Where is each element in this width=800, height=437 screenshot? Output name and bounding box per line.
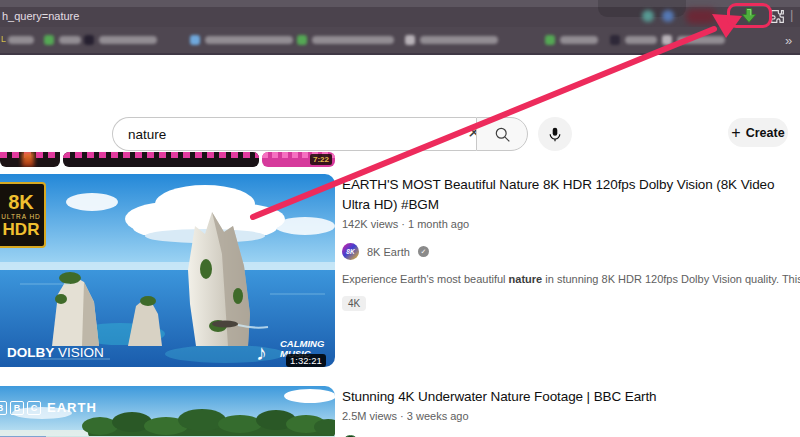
dolby-vision-label: DOLBY VISION: [7, 345, 104, 360]
bookmark-label-blur: [677, 36, 725, 44]
bookmark-favicon: [84, 35, 94, 45]
badge-hdr-text: HDR: [3, 221, 40, 238]
music-note-icon: ♪: [256, 340, 267, 366]
description-text: Experience Earth's most beautiful: [342, 273, 509, 285]
bookmark-label-blur: [420, 36, 498, 44]
partial-thumbnail[interactable]: [0, 152, 60, 167]
vision-text: VISION: [58, 345, 104, 360]
bookmarks-overflow-chevron-icon[interactable]: »: [785, 33, 792, 48]
badge-8k-text: 8K: [8, 192, 34, 212]
bookmark-favicon: [545, 35, 555, 45]
toolbar-divider: |: [790, 7, 793, 22]
video-result: EARTH'S MOST Beautiful Nature 8K HDR 120…: [342, 175, 800, 311]
bookmark-label-blur: [560, 36, 598, 44]
create-label: Create: [746, 126, 785, 140]
bookmark-item[interactable]: [297, 33, 394, 47]
bookmark-label-blur: [99, 36, 157, 44]
description-highlight: nature: [509, 273, 543, 285]
video-title[interactable]: Stunning 4K Underwater Nature Footage | …: [342, 387, 800, 407]
youtube-content: ✕ + Create 7:22: [0, 56, 800, 437]
partial-thumbnail[interactable]: [63, 152, 259, 167]
bbc-logo-letter: C: [27, 401, 41, 415]
bookmark-favicon: [610, 35, 620, 45]
bookmark-item[interactable]: [8, 33, 34, 47]
channel-row[interactable]: 8K 8K Earth ✓: [342, 243, 800, 260]
search-icon: [494, 126, 511, 143]
download-icon[interactable]: [740, 7, 758, 25]
bookmark-label-blur: [8, 36, 34, 44]
bbc-logo-letter: B: [0, 401, 7, 415]
bookmarks-bar: L »: [0, 27, 800, 55]
badge-ultra-hd-text: ULTRA HD: [1, 213, 41, 220]
video-thumbnail[interactable]: 8K ULTRA HD HDR DOLBY VISION ♪ CALMING M…: [0, 174, 335, 367]
verified-badge-icon: ✓: [418, 246, 429, 257]
plus-icon: +: [731, 125, 740, 141]
channel-avatar[interactable]: 8K: [342, 243, 359, 260]
bbc-logo-earth-text: EARTH: [47, 400, 97, 415]
bookmark-item[interactable]: [545, 33, 598, 47]
video-meta: 142K views · 1 month ago: [342, 218, 800, 230]
dolby-text: DOLBY: [7, 345, 54, 360]
bookmark-favicon: [405, 35, 415, 45]
bookmark-favicon: [662, 35, 672, 45]
duration-badge: 7:22: [310, 154, 332, 165]
profile-icon[interactable]: [662, 10, 674, 22]
bookmark-item[interactable]: [610, 33, 657, 47]
duration-badge: 1:32:21: [286, 354, 326, 367]
bookmark-favicon: [44, 35, 54, 45]
search-button[interactable]: [476, 117, 528, 151]
bookmark-label-blur: [312, 36, 394, 44]
8k-hdr-badge: 8K ULTRA HD HDR: [0, 182, 46, 248]
bookmark-label-blur: [625, 36, 657, 44]
partial-thumbnail-art: [22, 152, 34, 167]
search-input[interactable]: [112, 117, 476, 151]
browser-titlebar: h_query=nature |: [0, 0, 800, 27]
toolbar-blurred-icon[interactable]: [686, 9, 716, 24]
video-description: Experience Earth's most beautiful nature…: [342, 273, 800, 285]
description-text: in stunning 8K HDR 120fps Dolby Vision q…: [542, 273, 800, 285]
bookmark-item[interactable]: [44, 33, 81, 47]
bookmark-item[interactable]: [662, 33, 725, 47]
microphone-icon: [548, 127, 562, 142]
url-fragment: h_query=nature: [2, 10, 79, 22]
4k-badge: 4K: [342, 296, 366, 311]
video-result: Stunning 4K Underwater Nature Footage | …: [342, 387, 800, 437]
partial-thumbnail-art: [63, 152, 259, 158]
bbc-logo-letter: B: [10, 401, 24, 415]
voice-search-button[interactable]: [538, 117, 572, 151]
bookmark-leading-label[interactable]: L: [1, 34, 6, 44]
bookmark-item[interactable]: [190, 33, 293, 47]
bookmark-item[interactable]: [405, 33, 498, 47]
bookmark-favicon: [297, 35, 307, 45]
video-thumbnail[interactable]: B B C EARTH: [0, 386, 335, 437]
video-title[interactable]: EARTH'S MOST Beautiful Nature 8K HDR 120…: [342, 175, 800, 215]
extensions-puzzle-icon[interactable]: [770, 9, 785, 24]
channel-name[interactable]: 8K Earth: [367, 246, 410, 258]
profile-icon[interactable]: [642, 10, 654, 22]
bookmark-label-blur: [205, 36, 293, 44]
bookmark-label-blur: [59, 36, 81, 44]
partial-thumbnail[interactable]: 7:22: [262, 152, 335, 167]
bookmark-item[interactable]: [84, 33, 157, 47]
bbc-earth-logo: B B C EARTH: [0, 400, 97, 415]
video-meta: 2.5M views · 3 weeks ago: [342, 410, 800, 422]
bookmark-favicon: [190, 35, 200, 45]
create-button[interactable]: + Create: [728, 118, 788, 147]
